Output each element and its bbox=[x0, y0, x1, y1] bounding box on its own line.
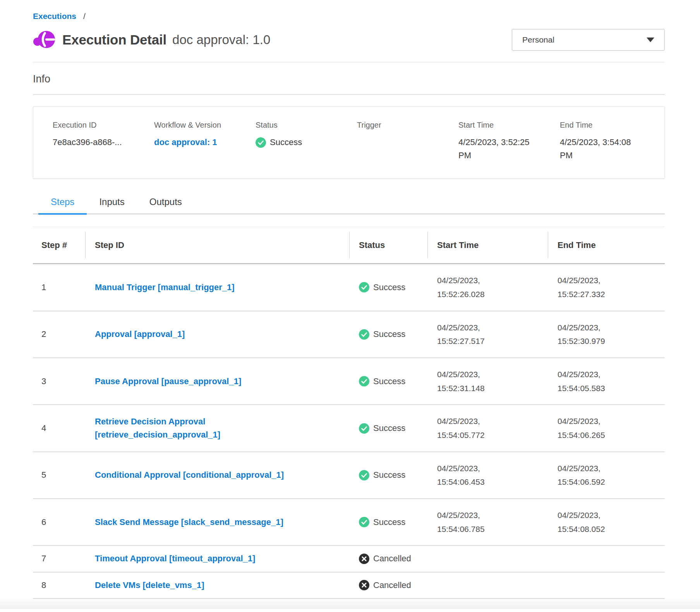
info-field-end-time: End Time 4/25/2023, 3:54:08 PM bbox=[560, 121, 657, 162]
step-id-link[interactable]: Delete VMs [delete_vms_1] bbox=[95, 579, 204, 592]
execution-id-value: 7e8ac396-a868-... bbox=[53, 136, 132, 149]
status-badge: Success bbox=[373, 423, 405, 433]
success-icon bbox=[359, 470, 369, 480]
status-badge: Success bbox=[373, 282, 405, 292]
step-end-time: 04/25/2023, 15:52:30.979 bbox=[558, 321, 626, 348]
table-row: 1 Manual Trigger [manual_trigger_1] Succ… bbox=[33, 264, 665, 311]
step-id-link[interactable]: Retrieve Decision Approval [retrieve_dec… bbox=[95, 415, 250, 441]
info-label: Status bbox=[256, 121, 357, 130]
page-subtitle: doc approval: 1.0 bbox=[172, 32, 270, 47]
step-id-link[interactable]: Slack Send Message [slack_send_message_1… bbox=[95, 516, 283, 529]
steps-table: Step # Step ID Status Start Time End Tim… bbox=[33, 227, 665, 598]
breadcrumb-separator: / bbox=[83, 12, 86, 21]
step-num: 6 bbox=[33, 499, 86, 545]
status-badge: Cancelled bbox=[373, 580, 411, 590]
status-badge: Success bbox=[373, 517, 405, 527]
table-row: 8 Delete VMs [delete_vms_1] Cancelled bbox=[33, 572, 665, 598]
end-time-value: 4/25/2023, 3:54:08 PM bbox=[560, 136, 639, 162]
tab-outputs[interactable]: Outputs bbox=[137, 193, 194, 214]
success-icon bbox=[359, 282, 369, 292]
step-id-link[interactable]: Timeout Approval [timeout_approval_1] bbox=[95, 552, 255, 565]
success-icon bbox=[256, 137, 266, 148]
info-field-trigger: Trigger bbox=[357, 121, 458, 162]
column-header-start-time: Start Time bbox=[428, 227, 548, 264]
step-id-link[interactable]: Manual Trigger [manual_trigger_1] bbox=[95, 281, 235, 294]
step-start-time: 04/25/2023, 15:52:27.517 bbox=[437, 321, 506, 348]
column-header-step-num: Step # bbox=[33, 227, 86, 264]
info-field-workflow-version: Workflow & Version doc approval: 1 bbox=[154, 121, 256, 162]
page-title: Execution Detail bbox=[62, 32, 166, 48]
step-start-time: 04/25/2023, 15:52:31.148 bbox=[437, 368, 506, 395]
step-end-time: 04/25/2023, 15:54:06.592 bbox=[558, 462, 626, 489]
step-num: 3 bbox=[33, 358, 86, 405]
workflow-execution-icon bbox=[33, 28, 55, 52]
info-section-heading: Info bbox=[33, 73, 665, 85]
scope-selector-dropdown[interactable]: Personal bbox=[512, 29, 665, 51]
step-num: 7 bbox=[33, 545, 86, 572]
status-badge: Success bbox=[373, 329, 405, 339]
cancelled-icon bbox=[359, 580, 369, 590]
table-row: 6 Slack Send Message [slack_send_message… bbox=[33, 499, 665, 545]
info-label: Start Time bbox=[458, 121, 560, 130]
info-field-status: Status Success bbox=[256, 121, 357, 162]
step-num: 2 bbox=[33, 311, 86, 358]
info-field-start-time: Start Time 4/25/2023, 3:52:25 PM bbox=[458, 121, 560, 162]
step-start-time: 04/25/2023, 15:54:06.785 bbox=[437, 508, 506, 536]
step-start-time: 04/25/2023, 15:54:05.772 bbox=[437, 414, 506, 442]
status-badge: Success bbox=[373, 376, 405, 386]
success-icon bbox=[359, 376, 369, 386]
status-badge: Success bbox=[270, 136, 302, 149]
column-header-end-time: End Time bbox=[548, 227, 665, 264]
execution-detail-page: Executions / Execution Detail doc approv… bbox=[33, 0, 665, 599]
step-end-time: 04/25/2023, 15:52:27.332 bbox=[558, 274, 626, 301]
tab-steps[interactable]: Steps bbox=[38, 193, 87, 214]
step-id-link[interactable]: Conditional Approval [conditional_approv… bbox=[95, 468, 284, 482]
column-header-step-id: Step ID bbox=[86, 227, 350, 264]
execution-info-card: Execution ID 7e8ac396-a868-... Workflow … bbox=[33, 106, 665, 179]
workflow-version-link[interactable]: doc approval: 1 bbox=[154, 136, 233, 149]
step-end-time: 04/25/2023, 15:54:08.052 bbox=[558, 508, 626, 536]
success-icon bbox=[359, 329, 369, 340]
header-divider bbox=[33, 62, 665, 62]
start-time-value: 4/25/2023, 3:52:25 PM bbox=[458, 136, 538, 162]
step-num: 4 bbox=[33, 405, 86, 451]
table-row: 3 Pause Approval [pause_approval_1] Succ… bbox=[33, 358, 665, 405]
scope-selector-value: Personal bbox=[522, 35, 554, 44]
info-label: Workflow & Version bbox=[154, 121, 256, 130]
page-bottom-strip bbox=[0, 599, 700, 609]
step-start-time: 04/25/2023, 15:52:26.028 bbox=[437, 274, 506, 301]
info-field-execution-id: Execution ID 7e8ac396-a868-... bbox=[53, 121, 154, 162]
table-row: 5 Conditional Approval [conditional_appr… bbox=[33, 452, 665, 499]
step-end-time: 04/25/2023, 15:54:05.583 bbox=[558, 368, 626, 395]
step-num: 8 bbox=[33, 572, 86, 598]
info-divider bbox=[33, 94, 665, 95]
step-num: 5 bbox=[33, 452, 86, 499]
info-label: Execution ID bbox=[53, 121, 154, 130]
breadcrumb: Executions / bbox=[33, 0, 665, 21]
table-row: 2 Approval [approval_1] Success 04/25/20… bbox=[33, 311, 665, 358]
table-row: 7 Timeout Approval [timeout_approval_1] … bbox=[33, 545, 665, 572]
success-icon bbox=[359, 423, 369, 434]
step-id-link[interactable]: Pause Approval [pause_approval_1] bbox=[95, 375, 241, 388]
tab-inputs[interactable]: Inputs bbox=[87, 193, 137, 214]
info-label: End Time bbox=[560, 121, 657, 130]
chevron-down-icon bbox=[647, 38, 654, 42]
step-end-time: 04/25/2023, 15:54:06.265 bbox=[558, 414, 626, 442]
tab-bar: Steps Inputs Outputs bbox=[33, 193, 665, 214]
info-label: Trigger bbox=[357, 121, 458, 130]
title-row: Execution Detail doc approval: 1.0 Perso… bbox=[33, 28, 665, 52]
column-header-status: Status bbox=[350, 227, 428, 264]
status-badge: Cancelled bbox=[373, 554, 411, 564]
cancelled-icon bbox=[359, 554, 369, 564]
step-num: 1 bbox=[33, 264, 86, 311]
table-header-row: Step # Step ID Status Start Time End Tim… bbox=[33, 227, 665, 264]
status-badge: Success bbox=[373, 470, 405, 480]
success-icon bbox=[359, 517, 369, 527]
step-start-time: 04/25/2023, 15:54:06.453 bbox=[437, 462, 506, 489]
step-id-link[interactable]: Approval [approval_1] bbox=[95, 328, 185, 341]
breadcrumb-executions-link[interactable]: Executions bbox=[33, 12, 76, 21]
table-row: 4 Retrieve Decision Approval [retrieve_d… bbox=[33, 405, 665, 451]
